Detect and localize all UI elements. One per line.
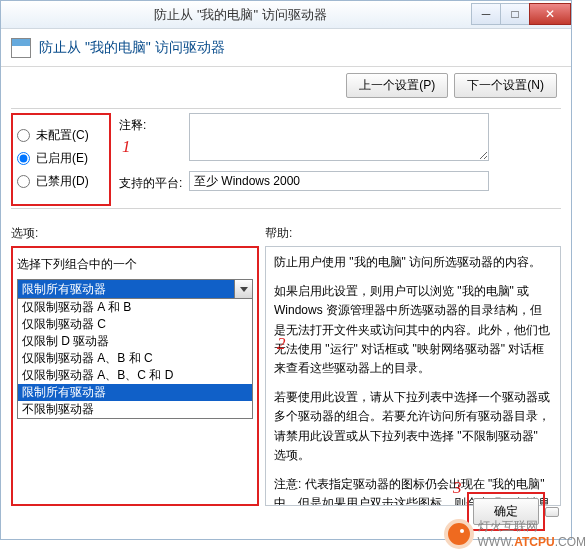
window-controls: ─ □ ✕ <box>472 3 571 27</box>
options-prompt: 选择下列组合中的一个 <box>17 256 257 273</box>
annotation-2: 2 <box>277 334 286 354</box>
options-combobox[interactable]: 限制所有驱动器 <box>17 279 253 299</box>
titlebar: 防止从 "我的电脑" 访问驱动器 ─ □ ✕ <box>1 1 571 29</box>
dialog-window: 防止从 "我的电脑" 访问驱动器 ─ □ ✕ 防止从 "我的电脑" 访问驱动器 … <box>0 0 572 540</box>
list-item-selected[interactable]: 限制所有驱动器 <box>18 384 252 401</box>
help-column: 帮助: 防止用户使用 "我的电脑" 访问所选驱动器的内容。 如果启用此设置，则用… <box>265 225 561 506</box>
annotation-3: 3 <box>453 478 462 498</box>
radio-not-configured[interactable]: 未配置(C) <box>15 127 105 144</box>
policy-icon <box>11 38 31 58</box>
radio-disabled-input[interactable] <box>17 175 30 188</box>
config-fields: 注释: 支持的平台: 至少 Windows 2000 <box>119 113 561 206</box>
list-item[interactable]: 不限制驱动器 <box>18 401 252 418</box>
radio-enabled-input[interactable] <box>17 152 30 165</box>
prev-setting-button[interactable]: 上一个设置(P) <box>346 73 448 98</box>
minimize-button[interactable]: ─ <box>471 3 501 25</box>
options-column: 选项: 选择下列组合中的一个 限制所有驱动器 仅限制驱动器 A 和 B 仅限制驱… <box>11 225 259 506</box>
watermark-logo-icon <box>444 519 474 549</box>
window-title: 防止从 "我的电脑" 访问驱动器 <box>9 6 472 24</box>
config-radios: 未配置(C) 已启用(E) 已禁用(D) <box>11 113 111 206</box>
comment-row: 注释: <box>119 113 561 161</box>
help-panel: 防止用户使用 "我的电脑" 访问所选驱动器的内容。 如果启用此设置，则用户可以浏… <box>265 246 561 506</box>
main-area: 未配置(C) 已启用(E) 已禁用(D) 注释: 支持的平台: 至少 Windo… <box>1 111 571 206</box>
watermark-line2: WWW.ATCPU.COM <box>478 535 586 549</box>
radio-disabled[interactable]: 已禁用(D) <box>15 173 105 190</box>
watermark: 灯火互联网 WWW.ATCPU.COM <box>444 518 586 549</box>
radio-enabled[interactable]: 已启用(E) <box>15 150 105 167</box>
list-item[interactable]: 仅限制 D 驱动器 <box>18 333 252 350</box>
next-setting-button[interactable]: 下一个设置(N) <box>454 73 557 98</box>
list-item[interactable]: 仅限制驱动器 A、B、C 和 D <box>18 367 252 384</box>
watermark-text: 灯火互联网 WWW.ATCPU.COM <box>478 518 586 549</box>
platform-value: 至少 Windows 2000 <box>189 171 489 191</box>
options-panel-highlight: 选择下列组合中的一个 限制所有驱动器 仅限制驱动器 A 和 B 仅限制驱动器 C… <box>11 246 259 506</box>
help-paragraph: 若要使用此设置，请从下拉列表中选择一个驱动器或多个驱动器的组合。若要允许访问所有… <box>274 388 552 465</box>
partial-button[interactable] <box>545 507 559 517</box>
combobox-dropdown-button[interactable] <box>234 280 252 298</box>
list-item[interactable]: 仅限制驱动器 A 和 B <box>18 299 252 316</box>
comment-textarea[interactable] <box>189 113 489 161</box>
options-dropdown-list: 仅限制驱动器 A 和 B 仅限制驱动器 C 仅限制 D 驱动器 仅限制驱动器 A… <box>17 299 253 419</box>
chevron-down-icon <box>240 287 248 292</box>
maximize-button[interactable]: □ <box>500 3 530 25</box>
watermark-line1: 灯火互联网 <box>478 518 586 535</box>
separator-2 <box>11 208 561 209</box>
separator <box>11 108 561 109</box>
radio-disabled-label: 已禁用(D) <box>36 173 89 190</box>
radio-not-configured-label: 未配置(C) <box>36 127 89 144</box>
help-paragraph: 防止用户使用 "我的电脑" 访问所选驱动器的内容。 <box>274 253 552 272</box>
platform-row: 支持的平台: 至少 Windows 2000 <box>119 171 561 192</box>
lower-split: 选项: 选择下列组合中的一个 限制所有驱动器 仅限制驱动器 A 和 B 仅限制驱… <box>1 211 571 506</box>
help-label: 帮助: <box>265 225 561 246</box>
radio-not-configured-input[interactable] <box>17 129 30 142</box>
options-label: 选项: <box>11 225 259 246</box>
close-button[interactable]: ✕ <box>529 3 571 25</box>
nav-buttons: 上一个设置(P) 下一个设置(N) <box>1 67 571 106</box>
options-combobox-selected: 限制所有驱动器 <box>18 280 234 298</box>
list-item[interactable]: 仅限制驱动器 C <box>18 316 252 333</box>
annotation-1: 1 <box>122 137 131 157</box>
comment-label: 注释: <box>119 113 189 134</box>
radio-group-highlight: 未配置(C) 已启用(E) 已禁用(D) <box>11 113 111 206</box>
list-item[interactable]: 仅限制驱动器 A、B 和 C <box>18 350 252 367</box>
radio-enabled-label: 已启用(E) <box>36 150 88 167</box>
dialog-header: 防止从 "我的电脑" 访问驱动器 <box>1 29 571 67</box>
dialog-header-text: 防止从 "我的电脑" 访问驱动器 <box>39 39 225 57</box>
platform-label: 支持的平台: <box>119 171 189 192</box>
help-paragraph: 如果启用此设置，则用户可以浏览 "我的电脑" 或 Windows 资源管理器中所… <box>274 282 552 378</box>
